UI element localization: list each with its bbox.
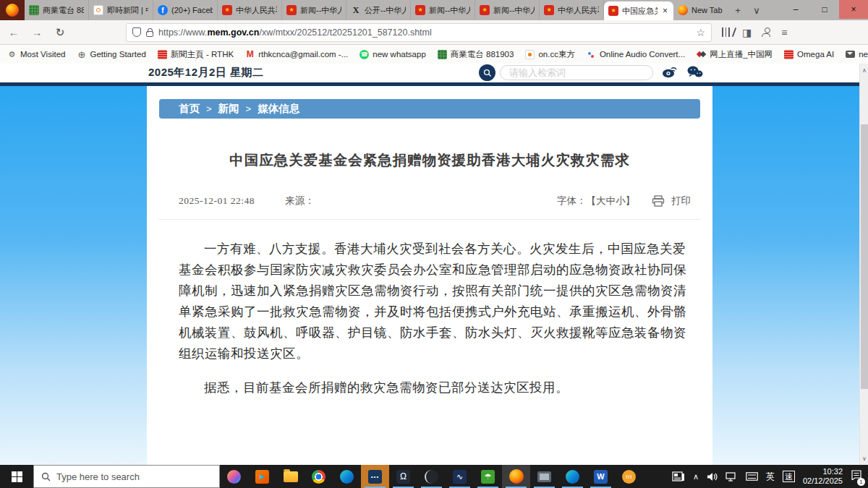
bookmark-china-net-live[interactable]: 网上直播_中国网 (697, 49, 773, 60)
tab-cr-radio[interactable]: 商業電台 881 (25, 0, 89, 20)
bookmark-webmail[interactable]: new webmail (846, 50, 868, 59)
bookmark-getting-started[interactable]: ⊕ Getting Started (77, 50, 145, 59)
bookmark-star-icon[interactable]: ☆ (696, 27, 705, 38)
site-search-group (479, 64, 704, 81)
wechat-icon[interactable] (686, 65, 704, 81)
taskbar-search[interactable] (33, 465, 220, 488)
lock-icon[interactable] (146, 31, 153, 37)
site-header: 2025年12月2日 星期二 (0, 64, 868, 82)
breadcrumb-news-link[interactable]: 新闻 (218, 102, 239, 116)
bookmark-oncc[interactable]: on.cc東方 (525, 49, 575, 60)
tray-expand-icon[interactable]: ∧ (693, 472, 699, 481)
notification-center-icon[interactable]: 1 (851, 470, 862, 483)
taskbar-gold-app-icon[interactable]: ııı (615, 465, 643, 488)
tab-gov-site-1[interactable]: ★ 中华人民共和 (218, 0, 282, 20)
taskbar-dark-app-icon[interactable] (417, 465, 446, 488)
back-icon[interactable]: ← (6, 26, 22, 38)
facebook-favicon-icon: f (158, 5, 168, 15)
scroll-down-icon[interactable]: ∨ (860, 453, 868, 463)
tracking-protection-shield-icon[interactable] (132, 27, 141, 37)
globe-icon: ⊕ (77, 50, 86, 59)
minimize-button[interactable]: – (781, 0, 810, 19)
taskbar-file-explorer-icon[interactable] (276, 465, 305, 488)
scroll-up-icon[interactable]: ∧ (860, 65, 868, 75)
firefox-menu-corner[interactable] (0, 0, 25, 20)
close-window-button[interactable]: × (839, 0, 868, 19)
printer-icon[interactable] (652, 195, 665, 207)
article-title: 中国应急关爱基金会紧急捐赠物资援助香港大埔火灾救灾需求 (147, 150, 712, 170)
taskbar-copilot-icon[interactable] (220, 465, 248, 488)
scrollbar-thumb[interactable] (861, 124, 868, 389)
firefox-favicon-icon (678, 5, 688, 15)
emblem-favicon-icon: ★ (608, 6, 618, 16)
language-indicator[interactable]: 英 (766, 471, 775, 483)
taskbar-firefox-icon[interactable] (502, 465, 530, 488)
weibo-icon[interactable] (662, 65, 678, 81)
bookmark-label: Getting Started (90, 50, 145, 59)
page-scrollbar[interactable]: ∧ ∨ (859, 64, 868, 465)
tab-label: 即時新聞 | 中 (107, 5, 148, 16)
taskbar-edge-icon-2[interactable] (558, 465, 587, 488)
tab-facebook[interactable]: f (20+) Facebo (153, 0, 218, 20)
network-display-icon[interactable] (726, 472, 738, 481)
news-widget-icon[interactable] (672, 471, 685, 481)
bookmark-audio-converter[interactable]: Online Audio Convert... (587, 50, 685, 59)
bookmark-most-visited[interactable]: ⚙ Most Visited (7, 50, 65, 59)
article-body: 一方有难、八方支援。香港大埔火灾受到社会各方关心。火灾发生后，中国应急关爱基金会… (147, 220, 712, 398)
tab-gov-site-2[interactable]: ★ 中华人民共和 (540, 0, 604, 20)
article-datetime: 2025-12-01 22:48 (179, 195, 255, 207)
start-button[interactable] (0, 465, 33, 488)
magnifier-glyph (483, 69, 492, 77)
sidebar-icon[interactable]: ◨ (742, 27, 752, 38)
taskbar-green-app-icon[interactable]: ☂ (474, 465, 502, 488)
tab-instant-news[interactable]: 即時新聞 | 中 (89, 0, 153, 20)
tab-gov-news-3[interactable]: ★ 新闻--中华人 (475, 0, 540, 20)
taskbar-remote-desktop-icon[interactable] (530, 465, 558, 488)
new-tab-button[interactable]: + (728, 0, 747, 20)
taskbar-audio-app-icon[interactable]: ∿ (446, 465, 474, 488)
tab-label: 新闻--中华人 (429, 5, 470, 16)
tab-close-icon[interactable]: × (661, 6, 669, 16)
taskbar-omega-app-icon[interactable]: Ω (389, 465, 417, 488)
taskbar-search-input[interactable] (56, 471, 201, 482)
maximize-button[interactable]: □ (810, 0, 839, 19)
taskbar-media-player-icon[interactable]: ▶ (248, 465, 276, 488)
font-size-control[interactable]: 字体：【大中小】 (557, 194, 635, 207)
volume-icon[interactable] (707, 472, 718, 481)
tab-label: 新闻--中华人 (300, 5, 341, 16)
bookmark-rthk[interactable]: 新聞主頁 - RTHK (158, 49, 234, 60)
forward-icon[interactable]: → (29, 26, 45, 38)
taskbar-edge-icon[interactable] (333, 465, 361, 488)
taskbar-chrome-icon[interactable] (305, 465, 333, 488)
bookmark-omega-ai[interactable]: Omega AI (784, 50, 834, 59)
breadcrumb-home-link[interactable]: 首页 (179, 102, 200, 116)
url-text[interactable]: https://www.mem.gov.cn/xw/mtxx/202512/t2… (158, 27, 432, 38)
bookmark-gmail[interactable]: M rthkcnca@gmail.com -... (245, 50, 348, 59)
bookmark-whatsapp[interactable]: ☎ new whatsapp (359, 50, 426, 59)
notification-badge: 1 (857, 478, 865, 486)
tab-list-dropdown-button[interactable]: ∨ (747, 0, 766, 20)
tab-label: 公开--中华人 (365, 5, 406, 16)
hamburger-menu-icon[interactable]: ≡ (781, 27, 787, 38)
tab-gov-news-2[interactable]: ★ 新闻--中华人 (411, 0, 475, 20)
tab-gov-news-1[interactable]: ★ 新闻--中华人 (282, 0, 346, 20)
search-icon[interactable] (479, 64, 495, 81)
emblem-favicon-icon: ★ (480, 5, 490, 15)
library-icon[interactable] (722, 27, 732, 37)
account-icon[interactable] (762, 27, 771, 37)
reload-icon[interactable]: ↻ (52, 26, 68, 39)
print-button[interactable]: 打印 (671, 194, 691, 207)
touch-keyboard-icon[interactable] (746, 472, 758, 481)
tab-active-mem-article[interactable]: ★ 中国应急关 × (604, 1, 673, 20)
bookmark-cr-radio[interactable]: 商業電台 881903 (438, 49, 514, 60)
url-bar[interactable]: https://www.mem.gov.cn/xw/mtxx/202512/t2… (126, 23, 712, 42)
taskbar-chat-app-icon[interactable]: ••• (361, 465, 389, 488)
taskbar-clock[interactable]: 10:32 02/12/2025 (803, 467, 843, 486)
bookmark-label: 网上直播_中国网 (710, 49, 773, 60)
ime-mode-indicator[interactable]: 速 (783, 471, 795, 482)
tab-new-tab[interactable]: New Tab (673, 0, 728, 20)
taskbar-word-icon[interactable]: W (587, 465, 615, 488)
tab-gov-open[interactable]: X 公开--中华人 (346, 0, 411, 20)
site-search-input[interactable] (500, 65, 653, 80)
tab-label: 中华人民共和 (236, 5, 277, 16)
